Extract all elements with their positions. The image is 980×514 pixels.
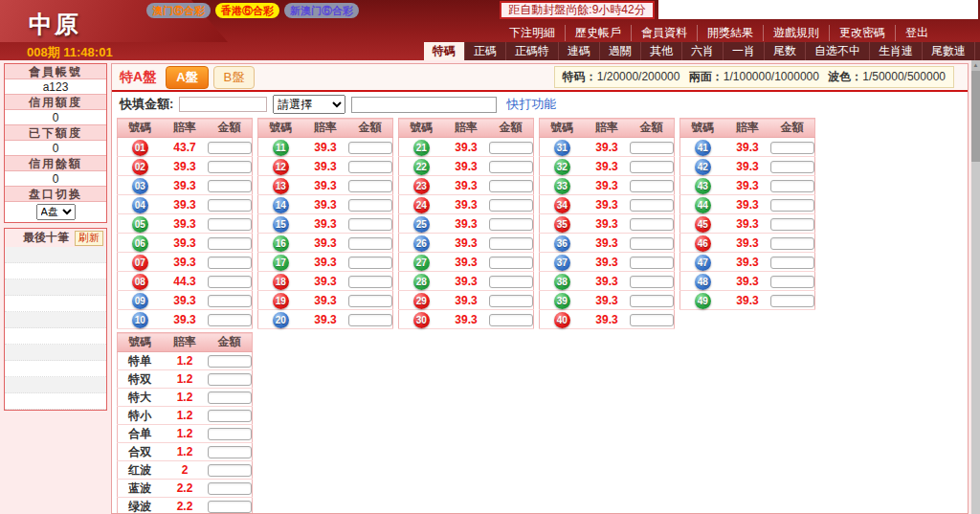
bet-amount-input[interactable] xyxy=(630,295,674,307)
bet-amount-input[interactable] xyxy=(208,391,252,404)
bet-amount-input[interactable] xyxy=(489,199,533,212)
bet-amount-input[interactable] xyxy=(208,446,252,458)
bet-amount-input[interactable] xyxy=(770,295,814,307)
board-b-button[interactable]: B盤 xyxy=(213,66,256,89)
game-tab[interactable]: 連碼 xyxy=(559,42,600,60)
bet-amount-input[interactable] xyxy=(348,276,392,288)
bet-amount-input[interactable] xyxy=(208,218,252,231)
game-tab[interactable]: 自选中一 xyxy=(975,42,980,60)
nav-link[interactable]: 開獎結果 xyxy=(698,25,764,41)
nav-link[interactable]: 登出 xyxy=(896,25,938,41)
bet-amount-input[interactable] xyxy=(208,482,252,495)
bet-amount-input[interactable] xyxy=(770,142,814,154)
nav-link[interactable]: 下注明細 xyxy=(500,25,566,41)
bet-amount-input[interactable] xyxy=(630,142,674,154)
game-tab[interactable]: 過關 xyxy=(600,42,641,60)
scrollbar[interactable]: ▲ xyxy=(971,60,980,514)
bet-amount-input[interactable] xyxy=(489,295,533,307)
bet-amount-input[interactable] xyxy=(770,161,814,173)
lottery-ball-16: 16 xyxy=(273,235,289,252)
bet-amount-input[interactable] xyxy=(630,180,674,192)
bet-amount-input[interactable] xyxy=(770,237,814,250)
bet-amount-input[interactable] xyxy=(489,276,533,288)
bet-amount-input[interactable] xyxy=(630,199,674,212)
bet-amount-input[interactable] xyxy=(208,180,252,192)
game-tab[interactable]: 尾數連 xyxy=(923,42,975,60)
bet-amount-input[interactable] xyxy=(770,257,814,269)
bet-amount-input[interactable] xyxy=(208,257,252,269)
nav-link[interactable]: 歷史帳戶 xyxy=(566,25,632,41)
nav-link[interactable]: 遊戲規則 xyxy=(764,25,830,41)
bet-amount-input[interactable] xyxy=(770,276,814,288)
bet-amount-input[interactable] xyxy=(208,276,252,288)
lottery-badge[interactable]: 新澳门⑥合彩 xyxy=(284,3,359,18)
bet-amount-input[interactable] xyxy=(489,257,533,269)
bet-amount-input[interactable] xyxy=(770,218,814,231)
bet-amount-input[interactable] xyxy=(770,180,814,192)
bet-tables-area: 號碼賠率金額0143.70239.30339.30439.30539.30639… xyxy=(112,117,968,514)
nav-link[interactable]: 更改密碼 xyxy=(830,25,896,41)
bet-amount-input[interactable] xyxy=(348,142,392,154)
bet-row: 0939.3 xyxy=(118,291,253,310)
quick-numbers-input[interactable] xyxy=(351,97,497,113)
bet-amount-input[interactable] xyxy=(208,314,252,326)
quick-action-link[interactable]: 快打功能 xyxy=(506,96,556,113)
bet-amount-input[interactable] xyxy=(208,199,252,212)
game-tab[interactable]: 其他 xyxy=(641,42,682,60)
ball-cell: 43 xyxy=(680,176,725,195)
bet-amount-input[interactable] xyxy=(489,314,533,326)
game-tab[interactable]: 自选不中 xyxy=(806,42,870,60)
bet-amount-input[interactable] xyxy=(348,295,392,307)
bet-row: 1639.3 xyxy=(258,234,393,253)
bet-amount-input[interactable] xyxy=(489,218,533,231)
game-tab[interactable]: 尾数 xyxy=(765,42,806,60)
bet-amount-input[interactable] xyxy=(770,199,814,212)
bet-amount-input[interactable] xyxy=(348,218,392,231)
lottery-badge[interactable]: 香港⑥合彩 xyxy=(215,3,279,18)
bet-amount-input[interactable] xyxy=(630,257,674,269)
bet-amount-input[interactable] xyxy=(630,218,674,231)
bet-amount-input[interactable] xyxy=(208,410,252,422)
bet-amount-input[interactable] xyxy=(208,142,252,154)
bet-amount-input[interactable] xyxy=(208,295,252,307)
bet-amount-input[interactable] xyxy=(489,237,533,250)
bet-amount-input[interactable] xyxy=(348,257,392,269)
bet-amount-input[interactable] xyxy=(489,180,533,192)
board-a-button[interactable]: A盤 xyxy=(166,66,208,89)
bet-amount-input[interactable] xyxy=(348,161,392,173)
bet-amount-input[interactable] xyxy=(208,464,252,477)
game-tab[interactable]: 生肖連 xyxy=(870,42,923,60)
bet-amount-input[interactable] xyxy=(208,161,252,173)
bet-amount-input[interactable] xyxy=(630,237,674,250)
odds-value: 39.3 xyxy=(163,157,208,176)
refresh-button[interactable]: 刷新 xyxy=(75,231,103,246)
quick-select[interactable]: 請選擇 xyxy=(273,95,345,114)
panel-select[interactable]: A盘 xyxy=(36,204,76,220)
game-tab[interactable]: 正碼 xyxy=(465,42,506,60)
lottery-badge[interactable]: 澳门⑥合彩 xyxy=(146,3,211,18)
bet-amount-input[interactable] xyxy=(208,501,252,513)
bet-amount-input[interactable] xyxy=(630,161,674,173)
game-tab[interactable]: 特碼 xyxy=(424,42,465,60)
bet-amount-input[interactable] xyxy=(348,180,392,192)
table-header-row: 號碼賠率金額 xyxy=(399,119,534,138)
bet-amount-input[interactable] xyxy=(208,373,252,386)
bet-amount-input[interactable] xyxy=(489,161,533,173)
bet-amount-input[interactable] xyxy=(208,355,252,368)
quick-amount-input[interactable] xyxy=(179,97,267,112)
scroll-thumb[interactable] xyxy=(971,71,980,162)
bet-amount-input[interactable] xyxy=(208,428,252,440)
scroll-up-arrow-icon[interactable]: ▲ xyxy=(971,60,980,71)
bet-amount-input[interactable] xyxy=(348,314,392,326)
bet-amount-input[interactable] xyxy=(630,276,674,288)
ball-cell: 05 xyxy=(118,214,163,234)
game-tab[interactable]: 一肖 xyxy=(724,42,765,60)
game-tab[interactable]: 正碼特 xyxy=(506,42,559,60)
bet-amount-input[interactable] xyxy=(348,237,392,250)
bet-amount-input[interactable] xyxy=(208,237,252,250)
bet-amount-input[interactable] xyxy=(489,142,533,154)
game-tab[interactable]: 六肖 xyxy=(682,42,724,60)
nav-link[interactable]: 會員資料 xyxy=(632,25,698,41)
bet-amount-input[interactable] xyxy=(348,199,392,212)
bet-amount-input[interactable] xyxy=(630,314,674,326)
